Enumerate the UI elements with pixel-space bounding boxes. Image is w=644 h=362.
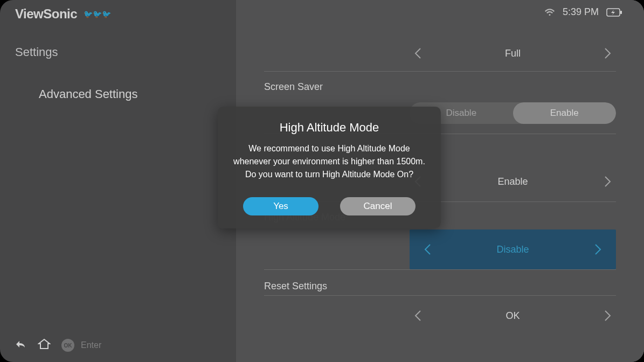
modal-cancel-button[interactable]: Cancel xyxy=(340,197,416,215)
modal-text: We recommend to use High Altitude Mode w… xyxy=(231,142,428,181)
modal-yes-button[interactable]: Yes xyxy=(243,197,318,215)
modal-title: High Altitude Mode xyxy=(231,121,428,135)
modal-buttons: Yes Cancel xyxy=(231,197,428,215)
high-altitude-modal: High Altitude Mode We recommend to use H… xyxy=(218,107,441,228)
screen: ViewSonic 🐦🐦🐦 Settings Advanced Settings… xyxy=(0,0,644,362)
